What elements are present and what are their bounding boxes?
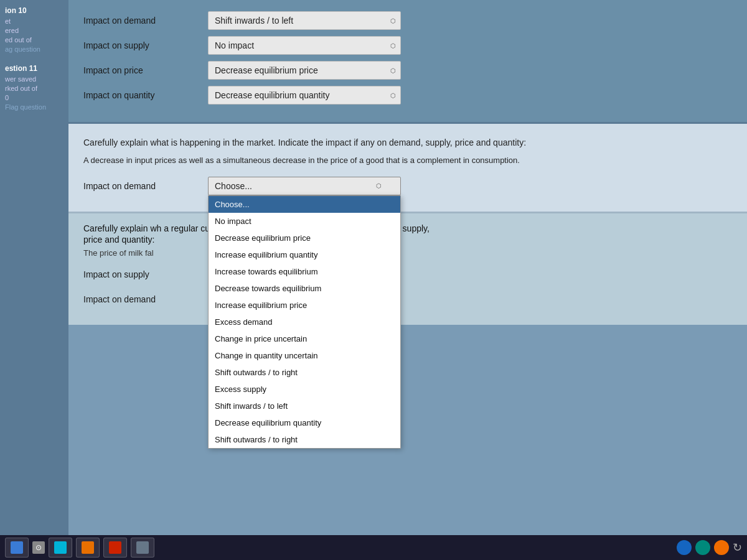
teal-icon — [54, 541, 67, 554]
red-icon — [109, 541, 121, 554]
orange-icon — [82, 541, 94, 554]
q10-demand-dropdown[interactable]: Choose... ⬡ Choose... No impact Decrease… — [208, 177, 401, 195]
question10-form: Impact on demand Choose... ⬡ Choose... N… — [83, 177, 732, 195]
dropdown-item-shift-outwards-right2[interactable]: Shift outwards / to right — [209, 431, 400, 448]
start-icon — [11, 541, 23, 554]
dropdown-item-no-impact[interactable]: No impact — [209, 213, 400, 230]
q10-demand-arrow: ⬡ — [376, 182, 382, 189]
q11-header-left: Carefully explain wh a regular cup of co… — [83, 223, 732, 258]
q11-demand-label: Impact on demand — [83, 294, 208, 304]
question10-header: Carefully explain what is happening in t… — [83, 136, 732, 149]
taskbar-btn-2[interactable] — [76, 538, 100, 558]
dropdown-item-shift-inwards-left[interactable]: Shift inwards / to left — [209, 398, 400, 414]
taskbar-circle-teal[interactable] — [695, 540, 710, 555]
prev-quantity-label: Impact on quantity — [83, 90, 208, 100]
sidebar-q10-et: et — [5, 17, 63, 25]
sidebar-q10-section: ion 10 et ered ed out of ag question — [5, 6, 63, 53]
prev-demand-select[interactable]: Shift inwards / to left — [208, 11, 401, 30]
q11-milk-label: The price of milk fal — [83, 248, 732, 258]
dropdown-item-increase-eq-qty[interactable]: Increase equilibrium quantity — [209, 246, 400, 263]
prev-quantity-select-wrapper[interactable]: Decrease equilibrium quantity — [208, 86, 401, 105]
q11-header-text: Carefully explain wh a regular cup of co… — [83, 223, 732, 233]
q10-demand-value: Choose... — [215, 181, 252, 191]
question10-text: A decrease in input prices as well as a … — [83, 154, 732, 167]
prev-price-row: Impact on price Decrease equilibrium pri… — [83, 61, 732, 80]
q11-header-text-span: Carefully explain wh — [83, 223, 161, 233]
taskbar-btn-3[interactable] — [103, 538, 127, 558]
prev-supply-label: Impact on supply — [83, 40, 208, 50]
prev-quantity-select[interactable]: Decrease equilibrium quantity — [208, 86, 401, 105]
q11-supply-label: Impact on supply — [83, 269, 208, 279]
dropdown-item-change-price-uncertain[interactable]: Change in price uncertain — [209, 330, 400, 347]
sidebar-q10-agquestion[interactable]: ag question — [5, 45, 63, 53]
prev-quantity-row: Impact on quantity Decrease equilibrium … — [83, 86, 732, 105]
gray-icon — [136, 541, 149, 554]
taskbar-start-btn[interactable] — [5, 538, 29, 558]
q10-demand-label: Impact on demand — [83, 181, 208, 191]
taskbar-search-icon[interactable]: ⊙ — [32, 541, 45, 554]
dropdown-item-increase-towards-eq[interactable]: Increase towards equilibrium — [209, 263, 400, 280]
q11-demand-row: Impact on demand Shift outwards / to rig… — [83, 290, 732, 309]
prev-supply-row: Impact on supply No impact — [83, 36, 732, 55]
q11-supply-row: Impact on supply Shift outwards / to rig… — [83, 265, 732, 284]
prev-demand-label: Impact on demand — [83, 16, 208, 26]
dropdown-item-choose[interactable]: Choose... — [209, 196, 400, 213]
dropdown-item-shift-outwards-right[interactable]: Shift outwards / to right — [209, 364, 400, 381]
taskbar-btn-1[interactable] — [49, 538, 72, 558]
q11-price-qty-label: price and quantity: — [83, 235, 732, 245]
taskbar-circle-orange[interactable] — [714, 540, 729, 555]
dropdown-item-decrease-eq-price[interactable]: Decrease equilibrium price — [209, 230, 400, 246]
question10-section: Carefully explain what is happening in t… — [68, 124, 747, 213]
dropdown-item-decrease-towards-eq[interactable]: Decrease towards equilibrium — [209, 280, 400, 297]
sidebar-q11-rkedoutof: rked out of — [5, 85, 63, 92]
sidebar-q11-wersaved: wer saved — [5, 75, 63, 83]
sidebar-q10-edoutof: ed out of — [5, 36, 63, 44]
taskbar-right: ↻ — [677, 540, 742, 555]
dropdown-item-change-qty-uncertain[interactable]: Change in quantity uncertain — [209, 347, 400, 364]
dropdown-item-increase-eq-price[interactable]: Increase equilibrium price — [209, 297, 400, 314]
q10-demand-dropdown-list: Choose... No impact Decrease equilibrium… — [208, 195, 401, 449]
taskbar-refresh-icon[interactable]: ↻ — [733, 541, 742, 554]
taskbar-circle-blue[interactable] — [677, 540, 692, 555]
q10-demand-row: Impact on demand Choose... ⬡ Choose... N… — [83, 177, 732, 195]
prev-supply-select-wrapper[interactable]: No impact — [208, 36, 401, 55]
prev-price-label: Impact on price — [83, 65, 208, 75]
taskbar: ⊙ ↻ — [0, 535, 747, 560]
sidebar-q11-label: estion 11 — [5, 64, 63, 73]
main-content: Impact on demand Shift inwards / to left… — [68, 0, 747, 560]
prev-answers-section: Impact on demand Shift inwards / to left… — [68, 0, 747, 124]
question11-section: Carefully explain wh a regular cup of co… — [68, 213, 747, 325]
sidebar-q11-flagquestion[interactable]: Flag question — [5, 103, 63, 111]
dropdown-item-decrease-eq-qty[interactable]: Decrease equilibrium quantity — [209, 414, 400, 431]
sidebar-q11-section: estion 11 wer saved rked out of 0 Flag q… — [5, 64, 63, 111]
sidebar-q10-ered: ered — [5, 27, 63, 34]
prev-price-select-wrapper[interactable]: Decrease equilibrium price — [208, 61, 401, 80]
dropdown-item-excess-supply[interactable]: Excess supply — [209, 381, 400, 398]
prev-price-select[interactable]: Decrease equilibrium price — [208, 61, 401, 80]
sidebar-q11-0: 0 — [5, 94, 63, 101]
taskbar-btn-4[interactable] — [131, 538, 154, 558]
q10-demand-trigger[interactable]: Choose... ⬡ — [208, 177, 401, 195]
sidebar: ion 10 et ered ed out of ag question est… — [0, 0, 68, 560]
prev-demand-row: Impact on demand Shift inwards / to left — [83, 11, 732, 30]
dropdown-item-excess-demand[interactable]: Excess demand — [209, 314, 400, 330]
q11-header-area: Carefully explain wh a regular cup of co… — [83, 223, 732, 258]
sidebar-q10-label: ion 10 — [5, 6, 63, 15]
prev-supply-select[interactable]: No impact — [208, 36, 401, 55]
prev-demand-select-wrapper[interactable]: Shift inwards / to left — [208, 11, 401, 30]
